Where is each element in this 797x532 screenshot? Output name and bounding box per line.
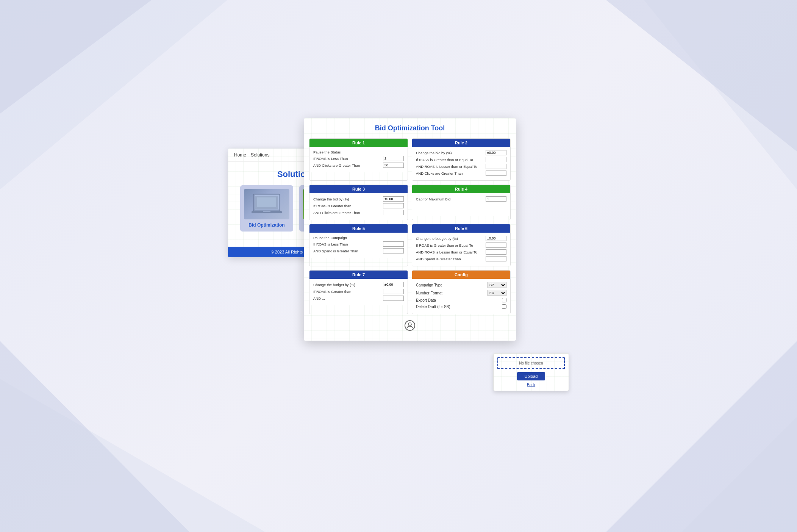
config-delete-draft-row: Delete Draft (for SB): [416, 304, 506, 309]
rule-1-body: Pause the Status If ROAS is Less Than AN…: [309, 147, 408, 172]
bid-optimization-image: [244, 189, 289, 219]
nav-solutions[interactable]: Solutions: [251, 152, 269, 158]
rule-1-header: Rule 1: [309, 139, 408, 147]
rule-5-label-3: AND Spend is Greater Than: [313, 249, 358, 253]
rule-1-label-2: If ROAS is Less Than: [313, 156, 348, 161]
rule-1-row-1: Pause the Status: [313, 150, 404, 154]
rule-7-body: Change the budget by (%) If ROAS is Grea…: [309, 279, 408, 305]
file-drop-zone[interactable]: No file chosen: [497, 357, 565, 369]
rule-6-card: Rule 6 Change the budget by (%) If ROAS …: [412, 224, 511, 266]
rule-5-body: Pause the Campaign If ROAS is Less Than …: [309, 233, 408, 258]
svg-rect-11: [257, 197, 276, 207]
svg-rect-13: [263, 211, 270, 212]
upload-button[interactable]: Upload: [517, 372, 545, 380]
svg-marker-5: [606, 341, 797, 532]
config-number-format-label: Number Format: [416, 291, 442, 295]
rule-1-input-3[interactable]: [383, 163, 404, 168]
config-delete-draft-checkbox[interactable]: [502, 304, 506, 309]
rule-6-input-1[interactable]: [486, 236, 506, 241]
bid-optimization-page: Bid Optimization Tool Rule 1 Pause the S…: [304, 118, 516, 341]
rule-2-body: Change the bid by (%) If ROAS is Greater…: [412, 147, 510, 180]
rule-6-header: Rule 6: [412, 224, 510, 233]
rule-1-input-2[interactable]: [383, 156, 404, 161]
rule-2-input-4[interactable]: [486, 171, 506, 176]
rule-1-row-3: AND Clicks are Greater Than: [313, 163, 404, 168]
rule-7-row-3: AND ...: [313, 296, 404, 301]
rule-6-row-4: AND Spend is Greater Than: [416, 256, 506, 261]
rule-5-header: Rule 5: [309, 224, 408, 233]
rule-6-input-4[interactable]: [486, 256, 506, 261]
rule-7-input-2[interactable]: [383, 289, 404, 294]
rule-7-card: Rule 7 Change the budget by (%) If ROAS …: [309, 270, 408, 314]
rule-3-input-1[interactable]: [383, 196, 404, 202]
config-campaign-type-row: Campaign Type SP SB SD: [416, 282, 506, 288]
rule-4-row-1: Cap for Maximum Bid: [416, 196, 506, 202]
scene: Home Solutions Solutions Bid Optim: [228, 118, 569, 414]
rule-6-label-1: Change the budget by (%): [416, 236, 458, 241]
svg-marker-0: [0, 0, 152, 114]
config-campaign-type-select[interactable]: SP SB SD: [488, 282, 506, 288]
rule-3-label-1: Change the bid by (%): [313, 197, 349, 201]
rule-7-label-1: Change the budget by (%): [313, 283, 355, 287]
rules-grid: Rule 1 Pause the Status If ROAS is Less …: [304, 138, 516, 318]
back-link[interactable]: Back: [497, 383, 565, 387]
config-delete-draft-label: Delete Draft (for SB): [416, 305, 450, 309]
rule-5-input-2[interactable]: [383, 241, 404, 247]
rule-1-card: Rule 1 Pause the Status If ROAS is Less …: [309, 138, 408, 181]
rule-3-body: Change the bid by (%) If ROAS is Greater…: [309, 193, 408, 220]
config-header: Config: [412, 271, 510, 279]
rule-5-row-1: Pause the Campaign: [313, 236, 404, 240]
rule-3-row-3: AND Clicks are Greater Than: [313, 210, 404, 215]
rule-4-input-1[interactable]: [486, 196, 506, 202]
rule-7-row-2: If ROAS is Greater than: [313, 289, 404, 294]
upload-section: No file chosen Upload Back: [493, 353, 569, 391]
rule-7-input-3[interactable]: [383, 296, 404, 301]
rule-3-label-2: If ROAS is Greater than: [313, 204, 351, 208]
svg-marker-1: [0, 0, 227, 189]
rule-3-input-2[interactable]: [383, 203, 404, 208]
rule-4-header: Rule 4: [412, 185, 510, 193]
rule-5-label-1: Pause the Campaign: [313, 236, 347, 240]
svg-marker-6: [0, 379, 265, 532]
config-export-checkbox[interactable]: [502, 298, 506, 302]
rule-2-card: Rule 2 Change the bid by (%) If ROAS is …: [412, 138, 511, 181]
nav-home[interactable]: Home: [234, 152, 246, 158]
rule-2-row-2: If ROAS is Greater than or Equal To: [416, 157, 506, 162]
rule-6-input-2[interactable]: [486, 243, 506, 248]
profile-icon[interactable]: [405, 320, 415, 331]
rule-2-label-3: AND ROAS is Lesser than or Equal To: [416, 164, 477, 169]
rule-6-input-3[interactable]: [486, 249, 506, 255]
rule-2-input-1[interactable]: [486, 150, 506, 155]
rule-2-label-1: Change the bid by (%): [416, 151, 452, 155]
rule-1-label-1: Pause the Status: [313, 150, 341, 154]
rule-2-input-2[interactable]: [486, 157, 506, 162]
rule-6-label-4: AND Spend is Greater Than: [416, 257, 461, 261]
rule-6-row-2: If ROAS is Greater than or Equal To: [416, 243, 506, 248]
config-export-label: Export Data: [416, 298, 436, 302]
rule-7-input-1[interactable]: [383, 282, 404, 287]
rule-2-label-2: If ROAS is Greater than or Equal To: [416, 158, 473, 162]
bid-optimization-card[interactable]: Bid Optimization: [240, 185, 293, 232]
rule-4-card: Rule 4 Cap for Maximum Bid: [412, 185, 511, 220]
rule-3-header: Rule 3: [309, 185, 408, 193]
rule-5-row-2: If ROAS is Less Than: [313, 241, 404, 247]
rule-6-row-3: AND ROAS is Lesser than or Equal To: [416, 249, 506, 255]
rule-3-label-3: AND Clicks are Greater Than: [313, 211, 360, 215]
rule-7-header: Rule 7: [309, 271, 408, 279]
svg-marker-2: [606, 0, 797, 152]
rule-3-row-1: Change the bid by (%): [313, 196, 404, 202]
profile-area: [304, 318, 516, 333]
rule-2-input-3[interactable]: [486, 164, 506, 169]
config-number-format-select[interactable]: EU US: [488, 290, 506, 296]
config-number-format-row: Number Format EU US: [416, 290, 506, 296]
rule-3-card: Rule 3 Change the bid by (%) If ROAS is …: [309, 185, 408, 220]
rule-7-row-1: Change the budget by (%): [313, 282, 404, 287]
rule-7-label-2: If ROAS is Greater than: [313, 289, 351, 294]
rule-5-input-3[interactable]: [383, 248, 404, 253]
rule-5-card: Rule 5 Pause the Campaign If ROAS is Les…: [309, 224, 408, 266]
svg-marker-3: [644, 0, 797, 189]
rule-6-label-2: If ROAS is Greater than or Equal To: [416, 243, 473, 247]
config-export-row: Export Data: [416, 298, 506, 302]
bid-tool-title: Bid Optimization Tool: [304, 118, 516, 138]
rule-3-input-3[interactable]: [383, 210, 404, 215]
